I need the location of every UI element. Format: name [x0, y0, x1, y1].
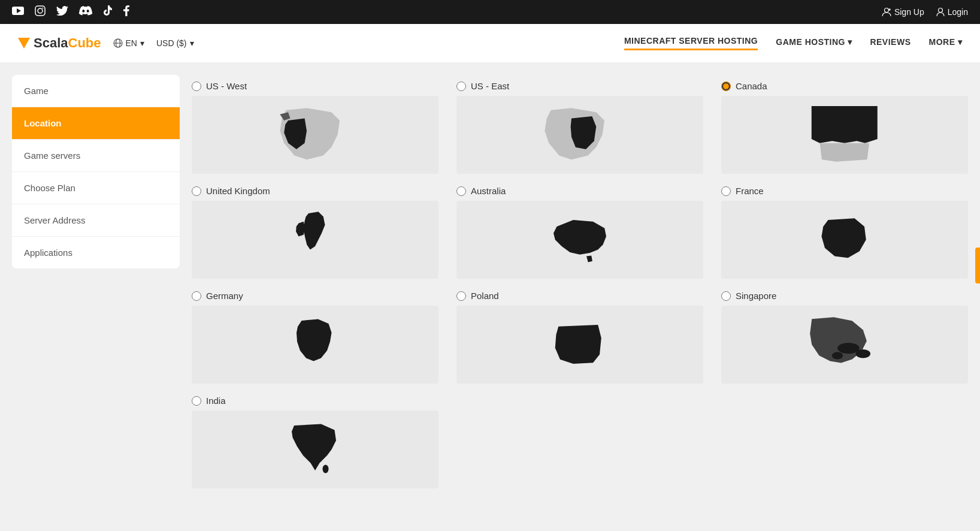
location-canada-label[interactable]: Canada: [721, 81, 968, 91]
nav-game-hosting[interactable]: GAME HOSTING ▾: [776, 37, 852, 50]
sidebar-item-game[interactable]: Game: [12, 75, 180, 107]
logo[interactable]: ScalaCube: [18, 35, 101, 51]
sidebar-item-server-address[interactable]: Server Address: [12, 204, 180, 237]
location-uk-label[interactable]: United Kingdom: [192, 186, 438, 196]
location-australia: Australia: [456, 186, 703, 279]
login-link[interactable]: Login: [936, 7, 968, 17]
location-poland: Poland: [456, 291, 703, 384]
tiktok-icon[interactable]: [103, 5, 113, 19]
location-india: India: [192, 396, 438, 488]
sidebar-item-game-servers[interactable]: Game servers: [12, 140, 180, 172]
svg-point-15: [323, 465, 329, 473]
main-nav: ScalaCube EN ▾ USD ($) ▾ MINECRAFT SERVE…: [0, 24, 980, 63]
svg-point-14: [832, 352, 843, 359]
map-us-east: [456, 96, 703, 174]
nav-minecraft-hosting[interactable]: MINECRAFT SERVER HOSTING: [624, 36, 758, 50]
location-germany: Germany: [192, 291, 438, 384]
location-france: France: [721, 186, 968, 279]
svg-point-5: [884, 8, 888, 13]
currency-chevron-icon: ▾: [190, 38, 194, 48]
facebook-icon[interactable]: [123, 5, 129, 19]
signup-link[interactable]: Sign Up: [882, 7, 924, 17]
location-poland-label[interactable]: Poland: [456, 291, 703, 301]
sidebar-item-location[interactable]: Location: [12, 107, 180, 140]
logo-scala: Scala: [34, 35, 68, 50]
location-us-east-label[interactable]: US - East: [456, 81, 703, 91]
svg-point-3: [38, 8, 43, 13]
map-germany: [192, 306, 438, 384]
social-icons: [12, 5, 129, 19]
language-selector[interactable]: EN ▾: [113, 38, 144, 48]
location-us-west: US - West: [192, 81, 438, 174]
twitter-icon[interactable]: [56, 6, 68, 18]
signup-label: Sign Up: [894, 7, 924, 17]
location-content: US - West US - East: [192, 75, 968, 519]
more-chevron-icon: ▾: [958, 37, 963, 47]
nav-reviews[interactable]: REVIEWS: [870, 37, 911, 50]
currency-selector[interactable]: USD ($) ▾: [156, 38, 194, 48]
nav-left: ScalaCube EN ▾ USD ($) ▾: [18, 35, 194, 51]
location-us-east: US - East: [456, 81, 703, 174]
map-australia: [456, 201, 703, 279]
location-france-radio[interactable]: [721, 186, 731, 196]
map-france: [721, 201, 968, 279]
location-singapore-label[interactable]: Singapore: [721, 291, 968, 301]
map-singapore: [721, 306, 968, 384]
location-india-radio[interactable]: [192, 396, 201, 406]
location-singapore-radio[interactable]: [721, 291, 731, 301]
game-hosting-chevron-icon: ▾: [848, 37, 852, 47]
nav-more[interactable]: MORE ▾: [929, 37, 963, 50]
location-uk-radio[interactable]: [192, 186, 201, 196]
map-india: [192, 411, 438, 488]
discord-icon[interactable]: [79, 6, 92, 18]
svg-point-4: [43, 8, 44, 9]
location-australia-label[interactable]: Australia: [456, 186, 703, 196]
map-uk: [192, 201, 438, 279]
nav-links: MINECRAFT SERVER HOSTING GAME HOSTING ▾ …: [624, 36, 962, 50]
map-canada: [721, 96, 968, 174]
map-poland: [456, 306, 703, 384]
logo-cube: Cube: [68, 35, 101, 50]
location-grid: US - West US - East: [192, 81, 968, 488]
login-label: Login: [948, 7, 968, 17]
location-india-label[interactable]: India: [192, 396, 438, 406]
currency-label: USD ($): [156, 38, 187, 48]
sidebar-item-applications[interactable]: Applications: [12, 237, 180, 268]
location-singapore: Singapore: [721, 291, 968, 384]
sidebar-item-choose-plan[interactable]: Choose Plan: [12, 172, 180, 204]
youtube-icon[interactable]: [12, 7, 24, 17]
location-us-west-radio[interactable]: [192, 82, 201, 91]
auth-links: Sign Up Login: [882, 7, 968, 17]
language-label: EN: [126, 38, 137, 48]
content-wrapper: Game Location Game servers Choose Plan S…: [0, 63, 980, 531]
svg-point-8: [938, 8, 942, 13]
location-uk: United Kingdom: [192, 186, 438, 279]
logo-triangle-icon: [18, 38, 30, 49]
instagram-icon[interactable]: [35, 5, 46, 19]
location-france-label[interactable]: France: [721, 186, 968, 196]
location-canada: Canada: [721, 81, 968, 174]
social-bar: Sign Up Login: [0, 0, 980, 24]
location-australia-radio[interactable]: [456, 186, 466, 196]
location-canada-radio[interactable]: [721, 82, 731, 91]
sidebar: Game Location Game servers Choose Plan S…: [12, 75, 180, 268]
location-poland-radio[interactable]: [456, 291, 466, 301]
lang-chevron-icon: ▾: [140, 38, 144, 48]
map-us-west: [192, 96, 438, 174]
svg-point-13: [855, 349, 870, 358]
svg-rect-2: [35, 6, 45, 16]
location-germany-label[interactable]: Germany: [192, 291, 438, 301]
scroll-hint: [975, 248, 980, 283]
location-germany-radio[interactable]: [192, 291, 201, 301]
location-us-west-label[interactable]: US - West: [192, 81, 438, 91]
location-us-east-radio[interactable]: [456, 82, 466, 91]
svg-point-12: [837, 343, 860, 354]
